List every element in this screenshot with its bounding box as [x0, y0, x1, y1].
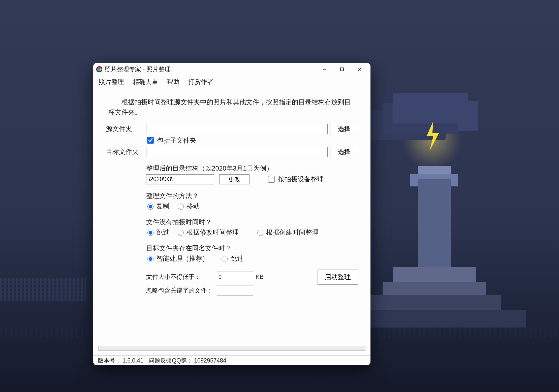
include-subfolders-checkbox[interactable]: 包括子文件夹: [146, 136, 196, 145]
wallpaper-base: [393, 267, 476, 282]
titlebar[interactable]: 照片整理专家 - 照片整理: [93, 63, 370, 76]
statusbar: 版本号： 1.6.0.41 问题反馈QQ群： 1092957484: [93, 355, 370, 365]
min-size-row: 文件大小不得低于： KB: [146, 272, 302, 282]
no-time-modify-radio[interactable]: 根据修改时间整理: [176, 228, 239, 237]
status-qq: 问题反馈QQ群： 1092957484: [146, 356, 229, 365]
target-browse-button[interactable]: 选择: [330, 147, 358, 157]
menubar: 照片整理 精确去重 帮助 打赏作者: [93, 76, 370, 90]
same-name-skip-radio[interactable]: 跳过: [220, 254, 243, 263]
by-device-checkbox[interactable]: 按拍摄设备整理: [267, 175, 324, 184]
close-icon: [357, 67, 362, 72]
menu-dedup[interactable]: 精确去重: [129, 77, 162, 87]
same-name-title: 目标文件夹存在同名文件时？: [146, 244, 358, 253]
svg-rect-1: [340, 68, 344, 71]
menu-help[interactable]: 帮助: [163, 77, 183, 87]
start-button[interactable]: 启动整理: [318, 270, 358, 285]
method-title: 整理文件的方法？: [146, 191, 358, 200]
progress-bar: [98, 346, 365, 351]
wallpaper-dither: [0, 278, 86, 301]
source-input[interactable]: [146, 124, 328, 134]
window-body: 根据拍摄时间整理源文件夹中的照片和其他文件，按照指定的目录结构存放到目标文件夹。…: [93, 90, 370, 300]
desktop-wallpaper: 照片整理专家 - 照片整理 照片整理 精确去重 帮助 打赏作者 根据拍摄时间整理…: [0, 0, 559, 392]
maximize-icon: [340, 67, 344, 71]
maximize-button[interactable]: [333, 64, 351, 75]
source-row: 源文件夹 选择: [106, 124, 358, 134]
source-label: 源文件夹: [106, 124, 146, 133]
same-name-smart-radio[interactable]: 智能处理（推荐）: [146, 254, 209, 263]
no-time-skip-radio[interactable]: 跳过: [146, 228, 169, 237]
ignore-kw-label: 忽略包含关键字的文件：: [146, 286, 217, 295]
minimize-button[interactable]: [316, 64, 333, 75]
method-radios: 复制 移动: [146, 202, 358, 211]
no-time-create-radio[interactable]: 根据创建时间整理: [256, 228, 319, 237]
bottom-section: 文件大小不得低于： KB 忽略包含关键字的文件： 启动整理: [146, 270, 358, 298]
ignore-kw-row: 忽略包含关键字的文件：: [146, 285, 302, 296]
app-window: 照片整理专家 - 照片整理 照片整理 精确去重 帮助 打赏作者 根据拍摄时间整理…: [93, 63, 370, 365]
dir-struct-title: 整理后的目录结构（以2020年3月1日为例）: [146, 164, 358, 173]
no-time-radios: 跳过 根据修改时间整理 根据创建时间整理: [146, 228, 358, 237]
wallpaper-cloud: [393, 93, 468, 123]
by-device-input[interactable]: [268, 176, 275, 183]
menu-donate[interactable]: 打赏作者: [185, 77, 217, 87]
close-button[interactable]: [351, 64, 368, 75]
wallpaper-rocks: [360, 295, 501, 310]
min-size-label: 文件大小不得低于：: [146, 273, 217, 281]
method-copy-radio[interactable]: 复制: [146, 202, 169, 211]
target-label: 目标文件夹: [106, 147, 146, 156]
window-title: 照片整理专家 - 照片整理: [105, 65, 316, 73]
intro-text: 根据拍摄时间整理源文件夹中的照片和其他文件，按照指定的目录结构存放到目标文件夹。: [108, 97, 355, 117]
dir-struct-change-button[interactable]: 更改: [219, 174, 250, 184]
app-icon: [96, 66, 102, 72]
target-row: 目标文件夹 选择: [106, 147, 358, 157]
min-size-input[interactable]: [217, 272, 253, 282]
dir-struct-row: 更改 按拍摄设备整理: [146, 174, 358, 184]
target-input[interactable]: [146, 147, 328, 157]
include-subfolders-label: 包括子文件夹: [157, 136, 196, 145]
wallpaper-tower: [418, 179, 451, 267]
ignore-kw-input[interactable]: [217, 285, 253, 296]
method-move-radio[interactable]: 移动: [176, 202, 200, 211]
same-name-radios: 智能处理（推荐） 跳过: [146, 254, 358, 263]
minimize-icon: [322, 67, 327, 72]
dir-struct-input[interactable]: [146, 174, 214, 184]
menu-photo-organize[interactable]: 照片整理: [95, 77, 128, 87]
include-subfolders-row: 包括子文件夹: [106, 136, 358, 145]
include-subfolders-input[interactable]: [147, 137, 154, 144]
source-browse-button[interactable]: 选择: [330, 124, 358, 134]
wallpaper-base-2: [383, 282, 486, 295]
status-version: 版本号： 1.6.0.41: [95, 356, 146, 365]
no-time-title: 文件没有拍摄时间时？: [146, 218, 358, 226]
by-device-label: 按拍摄设备整理: [278, 175, 324, 184]
min-size-unit: KB: [256, 273, 264, 280]
